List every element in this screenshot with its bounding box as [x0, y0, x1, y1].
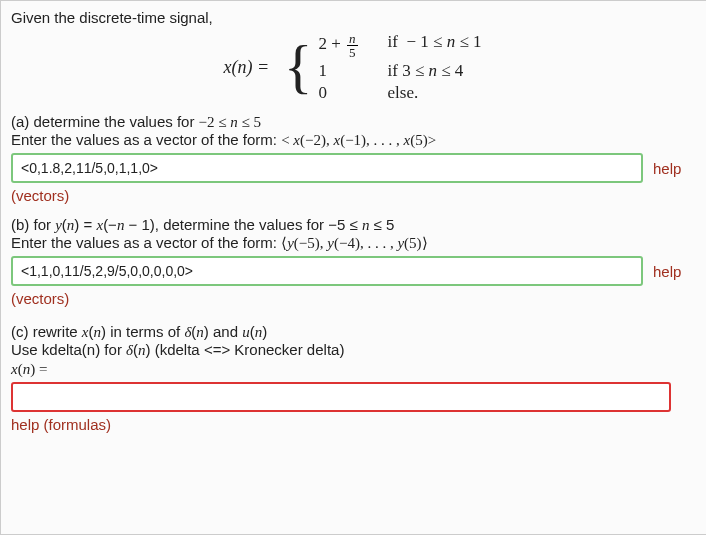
piecewise-cases: 2 + n5 if − 1 ≤ n ≤ 1 1 if 3 ≤ n ≤ 4 0 e… — [318, 32, 481, 103]
part-c-line1: (c) rewrite x(n) in terms of δ(n) and u(… — [11, 323, 694, 341]
intro-text: Given the discrete-time signal, — [11, 9, 694, 26]
part-b-input[interactable] — [11, 256, 643, 286]
part-a-prompt-prefix: Enter the values as a vector of the form… — [11, 131, 281, 148]
piecewise-lhs: x(n) = — [224, 57, 274, 78]
part-b-prompt: Enter the values as a vector of the form… — [11, 234, 694, 252]
part-b: (b) for y(n) = x(−n − 1), determine the … — [11, 216, 694, 313]
piecewise-definition: x(n) = { 2 + n5 if − 1 ≤ n ≤ 1 1 if 3 ≤ … — [11, 32, 694, 103]
case3-cond: else. — [388, 83, 482, 103]
part-b-label: (b) for y(n) = x(−n − 1), determine the … — [11, 216, 694, 234]
part-a-prompt: Enter the values as a vector of the form… — [11, 131, 694, 149]
part-a-input[interactable] — [11, 153, 643, 183]
question-panel: Given the discrete-time signal, x(n) = {… — [0, 0, 706, 535]
part-b-prompt-math: ⟨y(−5), y(−4), . . . , y(5)⟩ — [281, 235, 427, 251]
part-a-vectors-link[interactable]: (vectors) — [11, 187, 69, 204]
part-a-help-link[interactable]: help — [653, 160, 681, 177]
case1-value: 2 + n5 — [318, 32, 359, 59]
part-c: (c) rewrite x(n) in terms of δ(n) and u(… — [11, 323, 694, 439]
part-b-vectors-link[interactable]: (vectors) — [11, 290, 69, 307]
case2-cond: if 3 ≤ n ≤ 4 — [388, 61, 482, 81]
part-a-label: (a) determine the values for −2 ≤ n ≤ 5 — [11, 113, 694, 131]
part-a-prompt-math: < x(−2), x(−1), . . . , x(5)> — [281, 132, 436, 148]
case1-cond: if − 1 ≤ n ≤ 1 — [388, 32, 482, 59]
part-c-input[interactable] — [11, 382, 671, 412]
case3-value: 0 — [318, 83, 359, 103]
case2-value: 1 — [318, 61, 359, 81]
part-c-help-link[interactable]: help (formulas) — [11, 416, 111, 433]
left-brace: { — [284, 41, 313, 91]
part-b-help-link[interactable]: help — [653, 263, 681, 280]
part-b-prompt-prefix: Enter the values as a vector of the form… — [11, 234, 281, 251]
part-c-line2: Use kdelta(n) for δ(n) (kdelta <=> Krone… — [11, 341, 694, 359]
part-c-lhs: x(n) = — [11, 361, 694, 378]
part-a: (a) determine the values for −2 ≤ n ≤ 5 … — [11, 113, 694, 210]
